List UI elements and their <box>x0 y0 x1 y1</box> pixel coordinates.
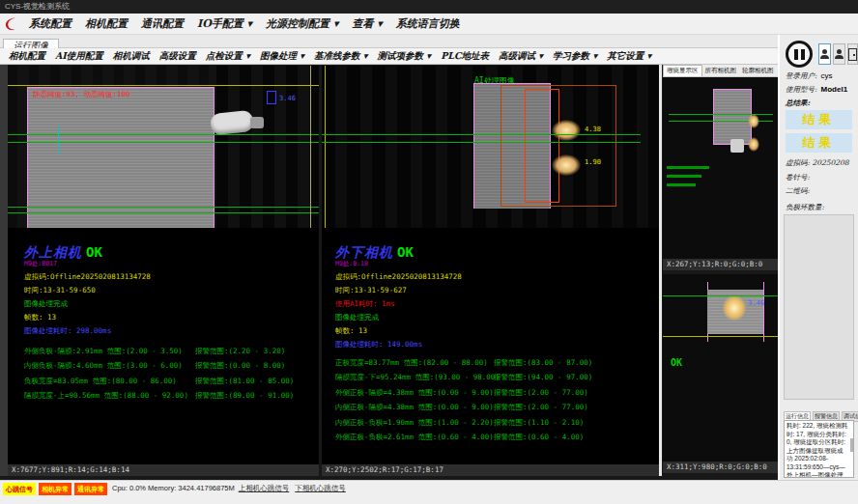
tool-spot-check[interactable]: 点检设置 ▾ <box>201 50 255 63</box>
cpu-memory-readout: Cpu: 0.0% Memory: 3424.41796875M <box>112 484 235 492</box>
gripper-tip <box>250 117 264 128</box>
measure-line <box>763 282 764 342</box>
user-icon <box>837 49 842 54</box>
left-gutter <box>0 65 8 476</box>
weld-highlight <box>748 137 759 152</box>
login-user-row: 登录用户:cys <box>786 71 833 81</box>
measure-line <box>322 142 641 143</box>
exit-button[interactable] <box>847 43 858 65</box>
tab-defect-display[interactable]: 瑕疵显示区 <box>663 65 702 76</box>
measure-line <box>8 207 319 208</box>
weld-highlight <box>723 295 746 321</box>
defect-tab-strip: 瑕疵显示区 所有相机图 轮廓相机图 <box>663 65 779 77</box>
frame-count-line: 帧数: 13 <box>24 313 319 322</box>
tiny-measurement-line <box>667 183 696 186</box>
pause-icon <box>794 49 805 60</box>
tool-camera-debug[interactable]: 相机调试 <box>108 50 155 63</box>
overlay-line <box>325 66 326 228</box>
defect-image-2[interactable]: 3.46 OK <box>663 274 779 462</box>
measure-line <box>8 142 319 143</box>
lower-camera-heartbeat-link[interactable]: 下相机心跳信号 <box>295 484 346 493</box>
pixel-coord-readout: X:311;Y:980;R:0;G:0;B:0 <box>663 462 779 473</box>
log-scrollbar[interactable] <box>850 438 853 452</box>
app-logo-icon <box>3 16 18 32</box>
camera-image-upper-outer[interactable]: 3.46 静态阈值:93, 动态阈值:100 <box>8 66 319 228</box>
ai-elapsed-line: 使用AI耗时: 1ms <box>335 299 659 309</box>
anode-ring-count-label: 负极环数量: <box>786 203 824 212</box>
tab-all-cameras[interactable]: 所有相机图 <box>702 66 740 76</box>
menu-light-control[interactable]: 光源控制配置 ▾ <box>259 16 345 31</box>
pixel-coord-readout: X:7677;Y:891;R:14;G:14;B:14 <box>8 464 319 476</box>
measurement-row: 负极宽度=83.05mm 范围:(80.00 - 86.00) 报警范围:(81… <box>24 377 319 385</box>
tool-advanced-settings[interactable]: 高级设置 <box>155 50 201 63</box>
spare-panel <box>784 214 854 400</box>
menu-language-switch[interactable]: 系统语言切换 <box>389 16 467 31</box>
result-display-2: 结果 <box>786 133 852 153</box>
roi-rect-inner <box>525 89 559 203</box>
upper-camera-heartbeat-link[interactable]: 上相机心跳信号 <box>239 484 290 493</box>
alarm-range-text: 报警范围:(89.00 - 91.00) <box>195 391 294 401</box>
camera-panel-lower-outer: AI处理图像 4.38 1.90 外下相机OK M9处:0:10 虚拟码:Off… <box>322 66 659 476</box>
electrode-strip <box>713 89 752 145</box>
alarm-range-text: 报警范围:(94.00 - 97.00) <box>494 373 592 382</box>
log-output[interactable]: 耗时: 222, 瑕疵检测耗时: 17, 瑕疵分类耗时: 0, 瑕疵提取分区耗时… <box>784 420 854 478</box>
tab-contour-camera[interactable]: 轮廓相机图 <box>739 66 777 76</box>
operator-login-button[interactable] <box>818 43 831 65</box>
measurement-row: 内侧正极-负极=1.90mm 范围:(1.00 - 2.20) 报警范围:(1.… <box>335 418 659 427</box>
overlay-line <box>8 85 319 86</box>
alarm-range-text: 报警范围:(2.20 - 3.20) <box>195 347 285 356</box>
qr-code-label: 二维码: <box>786 186 810 196</box>
process-done-line: 图像处理完成 <box>335 313 659 322</box>
menu-comm-config[interactable]: 通讯配置 <box>134 16 190 31</box>
measurement-text: 内侧负极-隔膜:4.60mm 范围:(3.00 - 6.00) <box>24 361 183 370</box>
tool-image-processing[interactable]: 图像处理 ▾ <box>255 50 309 63</box>
roi-marker <box>267 91 276 104</box>
measurement-text: 隔膜宽度-下=95.24mm 范围:(93.00 - 98.00) <box>335 373 500 381</box>
tool-learning-params[interactable]: 学习参数 ▾ <box>548 50 602 63</box>
heartbeat-status-badge: 心跳信号 <box>3 483 36 495</box>
measurement-text: 内侧正极-隔膜=4.38mm 范围:(0.00 - 9.00) <box>335 403 494 411</box>
total-result-label: 总结果: <box>786 98 810 108</box>
pixel-coord-readout: X:270;Y:2502;R:17;G:17;B:17 <box>322 464 659 476</box>
tool-advanced-debug[interactable]: 高级调试 ▾ <box>494 50 548 63</box>
panel-divider <box>659 65 662 476</box>
result-text-lower-outer: 外下相机OK M9处:0:10 虚拟码:Offline2025020813134… <box>322 228 659 464</box>
menu-io-config[interactable]: IO手配置 ▾ <box>190 16 259 31</box>
tool-camera-config[interactable]: 相机配置 <box>4 50 50 63</box>
gripper-tip <box>730 139 744 153</box>
measurement-row: 外侧正极-隔膜=4.38mm 范围:(0.00 - 9.00) 报警范围:(2.… <box>335 388 659 397</box>
pause-button[interactable] <box>786 41 813 68</box>
window-title: CYS-视觉检测系统 <box>0 0 858 14</box>
admin-user-button[interactable] <box>833 43 845 65</box>
result-ok-label: OK <box>86 244 102 260</box>
process-done-line: 图像处理完成 <box>24 299 319 309</box>
time-line: 时间:13-31-59-650 <box>24 286 319 295</box>
menu-system-config[interactable]: 系统配置 <box>22 16 78 31</box>
weld-highlight <box>552 120 581 141</box>
measurement-text: 正极宽度=83.77mm 范围:(82.00 - 88.00) <box>335 358 488 367</box>
tool-baseline-params[interactable]: 基准线参数 ▾ <box>309 50 373 63</box>
camera-image-lower-outer[interactable]: AI处理图像 4.38 1.90 <box>322 66 659 228</box>
camera-status-badge: 相机异常 <box>39 483 72 495</box>
menu-camera-config[interactable]: 相机配置 <box>78 16 134 31</box>
exit-door-icon <box>848 48 857 61</box>
tool-other-settings[interactable]: 其它设置 ▾ <box>602 50 656 63</box>
measure-line <box>58 126 59 154</box>
tool-plc-address[interactable]: PLC地址表 <box>436 50 494 63</box>
measure-line <box>8 134 319 135</box>
tab-strip: 运行图像 <box>0 35 779 48</box>
measure-line <box>663 295 779 296</box>
overlay-line <box>663 336 779 337</box>
result-ok-label: OK <box>397 244 414 260</box>
user-icon <box>822 49 827 54</box>
result-ok-label: OK <box>671 357 682 368</box>
tool-test-item-params[interactable]: 测试项参数 ▾ <box>373 50 437 63</box>
measurement-text: 外侧负极-隔膜:2.91mm 范围:(2.00 - 3.50) <box>24 347 183 355</box>
weld-highlight <box>552 154 581 176</box>
measure-line <box>8 212 319 213</box>
measurement-row: 隔膜宽度-下=95.24mm 范围:(93.00 - 98.00) 报警范围:(… <box>335 373 659 381</box>
tool-ai-usage-config[interactable]: AI使用配置 <box>50 50 108 63</box>
result-display-1: 结果 <box>786 110 852 129</box>
defect-image-1[interactable] <box>663 77 779 259</box>
menu-view[interactable]: 查看 ▾ <box>345 16 388 31</box>
